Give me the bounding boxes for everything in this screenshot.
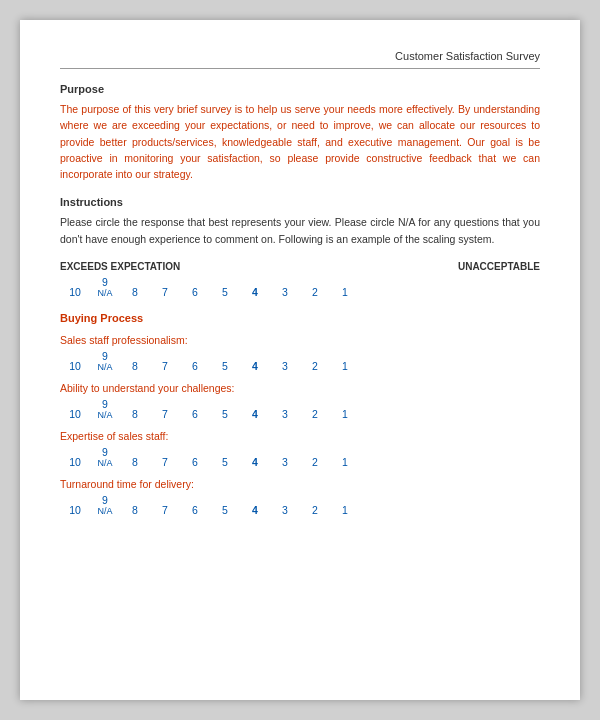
instructions-text: Please circle the response that best rep… — [60, 214, 540, 247]
scale-num-5: 5 — [210, 286, 240, 298]
scale-right-label: UNACCEPTABLE — [458, 261, 540, 272]
instructions-label: Instructions — [60, 196, 540, 208]
scale-num-8: 8 — [120, 286, 150, 298]
scale-num-6: 6 — [180, 286, 210, 298]
question-4-block: Turnaround time for delivery: 10 9 N/A 8… — [60, 478, 540, 516]
scale-labels-row: EXCEEDS EXPECTATION UNACCEPTABLE — [60, 261, 540, 272]
scale-num-1: 1 — [330, 286, 360, 298]
scale-num-10: 10 — [60, 286, 90, 298]
scale-example-numbers: 10 9 N/A 8 7 6 5 4 3 2 1 — [60, 276, 540, 298]
scale-num-9-na: 9 N/A — [90, 276, 120, 298]
purpose-text: The purpose of this very brief survey is… — [60, 101, 540, 182]
page-header: Customer Satisfaction Survey — [60, 50, 540, 69]
question-1-numbers: 10 9 N/A 8 7 6 5 4 3 2 1 — [60, 350, 540, 372]
question-3-numbers: 10 9 N/A 8 7 6 5 4 3 2 1 — [60, 446, 540, 468]
scale-num-7: 7 — [150, 286, 180, 298]
question-2-numbers: 10 9 N/A 8 7 6 5 4 3 2 1 — [60, 398, 540, 420]
scale-num-3: 3 — [270, 286, 300, 298]
question-1-label: Sales staff professionalism: — [60, 334, 540, 346]
question-1-block: Sales staff professionalism: 10 9 N/A 8 … — [60, 334, 540, 372]
question-2-label: Ability to understand your challenges: — [60, 382, 540, 394]
buying-process-heading: Buying Process — [60, 312, 540, 324]
question-3-block: Expertise of sales staff: 10 9 N/A 8 7 6… — [60, 430, 540, 468]
question-3-label: Expertise of sales staff: — [60, 430, 540, 442]
question-4-numbers: 10 9 N/A 8 7 6 5 4 3 2 1 — [60, 494, 540, 516]
scale-num-2: 2 — [300, 286, 330, 298]
scale-num-4: 4 — [240, 286, 270, 298]
question-2-block: Ability to understand your challenges: 1… — [60, 382, 540, 420]
survey-title: Customer Satisfaction Survey — [395, 50, 540, 62]
question-4-label: Turnaround time for delivery: — [60, 478, 540, 490]
scale-left-label: EXCEEDS EXPECTATION — [60, 261, 180, 272]
survey-page: Customer Satisfaction Survey Purpose The… — [20, 20, 580, 700]
purpose-label: Purpose — [60, 83, 540, 95]
